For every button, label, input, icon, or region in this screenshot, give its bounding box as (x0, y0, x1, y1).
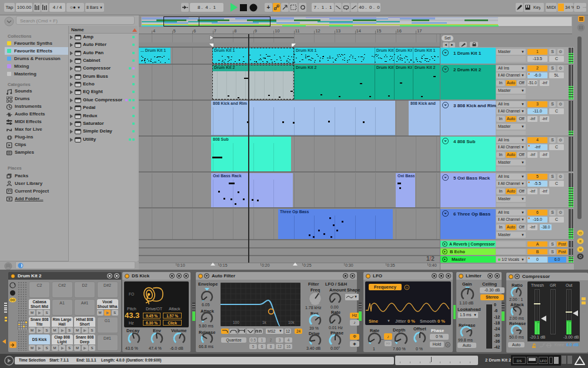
svg-text:R: R (447, 343, 449, 347)
svg-text:IO: IO (579, 231, 582, 235)
svg-text:x: x (406, 286, 408, 289)
svg-text:R: R (579, 240, 582, 243)
svg-text:M: M (579, 248, 582, 251)
